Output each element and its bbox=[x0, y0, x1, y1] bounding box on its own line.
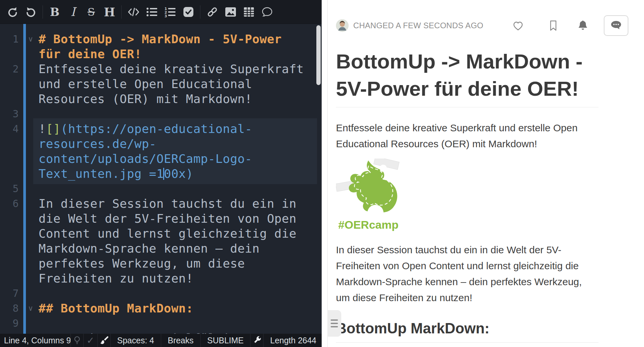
spellcheck-toggle[interactable]: ✓ bbox=[84, 334, 98, 347]
code-token: Entfessele deine kreative Superkraft bbox=[39, 62, 304, 76]
handle-grip-icon bbox=[331, 319, 338, 321]
editor-row-text: die Welt der 5V-Freiheiten von Open bbox=[39, 211, 296, 226]
theme-brush-toggle[interactable] bbox=[98, 334, 111, 347]
heading-button[interactable]: H bbox=[100, 4, 119, 20]
unordered-list-button[interactable] bbox=[143, 4, 161, 20]
preview-pane: CHANGED A FEW SECONDS AGO BottomUp -> Ma… bbox=[322, 0, 644, 347]
table-button[interactable] bbox=[240, 4, 258, 20]
editor-row[interactable]: 8∨## BottomUp MarkDown: bbox=[0, 301, 322, 316]
length-label: Length 2644 bbox=[270, 336, 316, 345]
code-token: ## BottomUp MarkDown: bbox=[39, 301, 193, 315]
code-token: In dieser Session tauchst du ein in bbox=[39, 197, 296, 210]
line-number: 6 bbox=[0, 196, 19, 211]
redo-icon bbox=[25, 6, 37, 18]
ordered-list-button[interactable]: 123 bbox=[161, 4, 179, 20]
editor-row-text: # BottomUp -> MarkDown - 5V-Power bbox=[39, 32, 282, 47]
editor-row[interactable]: 7 bbox=[0, 286, 322, 301]
line-number: 1 bbox=[0, 32, 19, 47]
brush-icon bbox=[100, 336, 108, 345]
editor-pane: B I S H 123 bbox=[0, 0, 322, 347]
toolbar-divider bbox=[121, 5, 122, 19]
code-token: die Welt der 5V-Freiheiten von Open bbox=[39, 212, 296, 225]
code-token: 00x) bbox=[164, 167, 193, 180]
fold-chevron-icon[interactable]: ∨ bbox=[28, 32, 33, 47]
editor-row[interactable]: resources.de/wp- bbox=[0, 136, 322, 151]
indent-setting[interactable]: Spaces: 4 bbox=[111, 334, 161, 347]
like-button[interactable] bbox=[512, 20, 524, 31]
bold-button[interactable]: B bbox=[46, 4, 64, 20]
editor-row[interactable]: die Welt der 5V-Freiheiten von Open bbox=[0, 211, 322, 226]
code-token: [] bbox=[46, 122, 60, 136]
keymap-setting[interactable]: SUBLIME bbox=[201, 334, 251, 347]
preview-content: CHANGED A FEW SECONDS AGO BottomUp -> Ma… bbox=[336, 0, 628, 343]
notifications-button[interactable] bbox=[578, 20, 588, 31]
preview-heading-2: BottomUp MarkDown: bbox=[336, 320, 598, 343]
redo-button[interactable] bbox=[22, 4, 40, 20]
editor-toolbar: B I S H 123 bbox=[0, 0, 322, 24]
breaks-label: Breaks bbox=[168, 336, 194, 345]
editor-row[interactable]: 5 bbox=[0, 181, 322, 196]
editor-row[interactable]: Text_unten.jpg =100x) bbox=[0, 166, 322, 181]
editor-row[interactable]: Freiheiten zu nutzen! bbox=[0, 271, 322, 286]
code-token: Markdown-Sprache kennen – dein bbox=[39, 242, 260, 255]
oercamp-logo-caption: #OERcamp bbox=[336, 218, 401, 231]
editor-row[interactable]: Resources (OER) mit Markdown! bbox=[0, 91, 322, 106]
editor-rows: 1∨# BottomUp -> MarkDown - 5V-Powerfür d… bbox=[0, 32, 322, 334]
changed-timestamp: CHANGED A FEW SECONDS AGO bbox=[353, 21, 483, 30]
image-button[interactable] bbox=[221, 4, 240, 20]
comment-bubble-icon bbox=[610, 20, 622, 31]
editor-row[interactable]: 9 bbox=[0, 316, 322, 331]
editor-row[interactable]: und erstelle Open Educational bbox=[0, 76, 322, 91]
link-button[interactable] bbox=[203, 4, 221, 20]
editor-row-text: ## BottomUp MarkDown: bbox=[39, 301, 193, 316]
svg-text:3: 3 bbox=[164, 14, 167, 17]
editor-row[interactable]: Content und lernst gleichzeitig die bbox=[0, 226, 322, 241]
editor-row[interactable]: content/uploads/OERCamp-Logo- bbox=[0, 151, 322, 166]
open-comments-button[interactable] bbox=[604, 15, 628, 36]
italic-button[interactable]: I bbox=[64, 4, 82, 20]
strikethrough-button[interactable]: S bbox=[82, 4, 100, 20]
undo-button[interactable] bbox=[3, 4, 22, 20]
editor-row[interactable]: 6In dieser Session tauchst du ein in bbox=[0, 196, 322, 211]
editor-row[interactable]: perfektes Werkzeug, um diese bbox=[0, 256, 322, 271]
code-token: und erstelle Open Educational bbox=[39, 77, 252, 91]
bookmark-button[interactable] bbox=[549, 20, 558, 31]
line-number: 8 bbox=[0, 301, 19, 316]
editor-row-text: perfektes Werkzeug, um diese bbox=[39, 256, 245, 271]
editor-row[interactable]: 10**Verwahren & Vervielfältigen** bbox=[0, 331, 322, 334]
lightbulb-icon bbox=[73, 336, 81, 345]
preview-paragraph-1: Entfessele deine kreative Superkraft und… bbox=[336, 120, 592, 152]
comment-button-toolbar[interactable] bbox=[258, 4, 276, 20]
editor-row[interactable]: für deine OER! bbox=[0, 47, 322, 61]
editor-row[interactable]: Markdown-Sprache kennen – dein bbox=[0, 241, 322, 256]
night-mode-toggle[interactable] bbox=[71, 334, 84, 347]
editor-row-text: Content und lernst gleichzeitig die bbox=[39, 226, 296, 241]
pane-resize-handle[interactable] bbox=[327, 310, 341, 337]
editor-scrollbar-thumb[interactable] bbox=[316, 25, 321, 85]
code-token: resources.de/wp- bbox=[39, 137, 157, 151]
linebreak-setting[interactable]: Breaks bbox=[161, 334, 201, 347]
editor-row[interactable]: 2Entfessele deine kreative Superkraft bbox=[0, 61, 322, 76]
code-block-button[interactable] bbox=[124, 4, 143, 20]
todo-list-button[interactable] bbox=[179, 4, 197, 20]
code-editor[interactable]: 1∨# BottomUp -> MarkDown - 5V-Powerfür d… bbox=[0, 24, 322, 334]
preview-paragraph-2: In dieser Session tauchst du ein in die … bbox=[336, 242, 592, 306]
code-token: Content und lernst gleichzeitig die bbox=[39, 227, 296, 240]
code-token: für deine OER! bbox=[39, 47, 142, 61]
bookmark-icon bbox=[549, 20, 558, 31]
code-icon bbox=[128, 6, 140, 18]
fold-chevron-icon[interactable]: ∨ bbox=[28, 301, 33, 316]
avatar[interactable] bbox=[336, 19, 349, 32]
editor-row[interactable]: 4![](https://open-educational- bbox=[0, 121, 322, 136]
bold-icon: B bbox=[50, 5, 59, 19]
editor-row[interactable]: 1∨# BottomUp -> MarkDown - 5V-Power bbox=[0, 32, 322, 47]
line-number: 9 bbox=[0, 316, 19, 331]
code-token: Text_unten.jpg =1 bbox=[39, 167, 164, 180]
italic-icon: I bbox=[70, 5, 75, 19]
keymap-label: SUBLIME bbox=[207, 336, 244, 345]
gutter-accent-bar bbox=[23, 24, 26, 334]
editor-row-text: content/uploads/OERCamp-Logo- bbox=[39, 151, 252, 166]
todo-list-icon bbox=[183, 7, 194, 17]
heart-icon bbox=[512, 20, 524, 31]
preferences-button[interactable] bbox=[251, 334, 264, 347]
